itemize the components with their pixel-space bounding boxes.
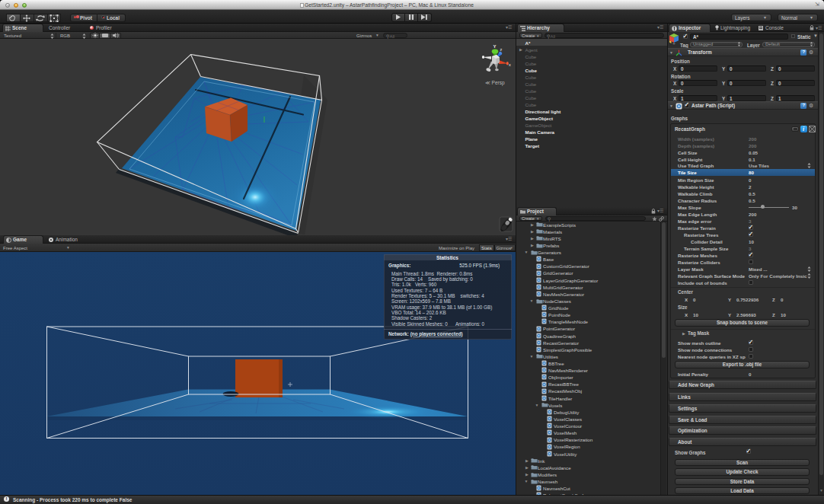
svg-text:Y: Y bbox=[493, 44, 497, 49]
svg-text:x: x bbox=[509, 62, 511, 67]
svg-text:≪ Persp: ≪ Persp bbox=[485, 80, 505, 86]
svg-text:z: z bbox=[500, 47, 503, 52]
